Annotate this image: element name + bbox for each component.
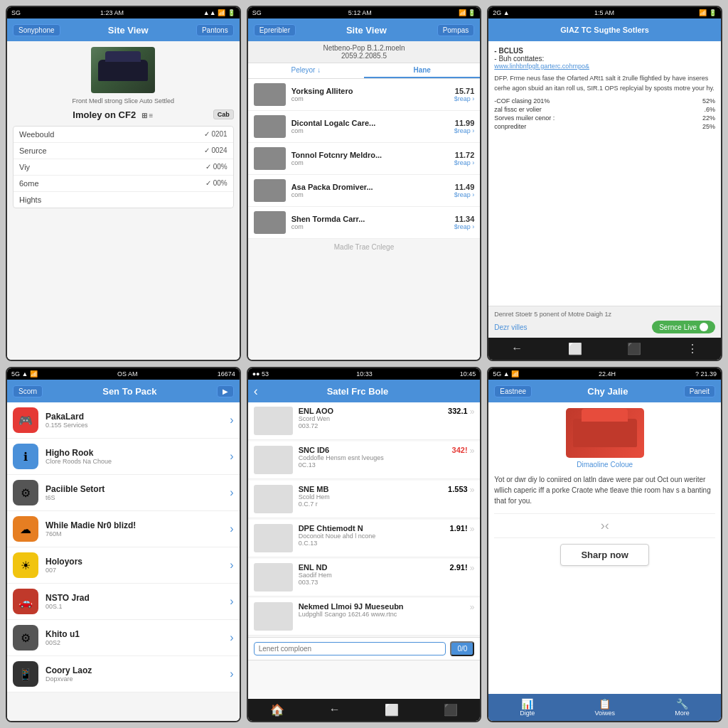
nav-right-btn-6[interactable]: Paneit — [684, 385, 715, 397]
app-name-5: NSTO Jrad — [46, 593, 230, 603]
app-item-6[interactable]: ⚙ Khito u1 00S2 › — [7, 620, 240, 656]
item-info-4: Shen Tormda Carr... com — [291, 215, 454, 230]
recents-icon-3[interactable]: ⬛ — [627, 342, 641, 355]
item-name-3: Asa Packa Dromiver... — [291, 183, 454, 191]
buh-3: - Buh conttates: — [494, 55, 715, 63]
detail-link-3[interactable]: Dezr villes — [494, 323, 527, 331]
list-item-3[interactable]: Asa Packa Dromiver... com 11.49 $reap › — [248, 175, 481, 207]
app-icon-5: 🚗 — [13, 589, 38, 614]
nav-bar-4: Scorn Sen To Pack ▶ — [7, 380, 240, 402]
news-title-4: ENL ND — [299, 563, 446, 572]
news-item-4[interactable]: ENL ND Saodif Hem003.73 2.91! » — [248, 559, 481, 596]
more-icon-3[interactable]: ⋮ — [687, 342, 698, 355]
list-item-0[interactable]: Yorksing Allitero com 15.71 $reap › — [248, 79, 481, 111]
news-item-3[interactable]: DPE Chtiemodt N Doconoit Noue ahd l ncon… — [248, 520, 481, 557]
content-1: Front Medl strong Slice Auto Settled Imo… — [7, 41, 240, 360]
list-item-1[interactable]: Dicontal Logalc Care... com 11.99 $reap … — [248, 111, 481, 143]
voiwes-icon: 📋 — [566, 698, 643, 710]
app-sub-0: 0.155 Services — [46, 422, 230, 429]
phone-2: SG 5:12 AM 📶 🔋 Epreribler Site View Pomp… — [247, 6, 482, 361]
car-image-1 — [91, 47, 155, 93]
body-text-3: DFP. Frme neus fase the Ofarted ARt1 sal… — [494, 74, 715, 93]
sub-header-2: Netbeno-Pop B.1.2.moeln 2059.2.2085.5 — [248, 41, 481, 63]
status-icons-2: 📶 🔋 — [459, 9, 476, 16]
item-name-4: Shen Tormda Carr... — [291, 215, 454, 223]
car-caption-6: Dimaoline Coloue — [494, 461, 715, 469]
search-input-5[interactable] — [254, 642, 446, 655]
app-icon-2: ⚙ — [13, 480, 38, 505]
app-item-0[interactable]: 🎮 PakaLard 0.155 Services › — [7, 402, 240, 439]
news-item-5[interactable]: Nekmed Llmoi 9J Mueseubn Ludpghll Scango… — [248, 598, 481, 636]
content-5: ENL AOO Scord Wen003.72 332.1 » SNC ID6 … — [248, 402, 481, 699]
tab-hane[interactable]: Hane — [364, 63, 480, 78]
news-thumb-1 — [254, 446, 293, 474]
more-label: More — [675, 710, 690, 717]
bottom-tab-1[interactable]: 📋 Voiwes — [566, 697, 643, 718]
search-go-btn-5[interactable]: 0/0 — [450, 641, 474, 656]
check-row-3: 6ome ✓ 00% — [14, 176, 233, 192]
footer-3: Denret Stoetr 5 ponent of Motre Daigh 1z… — [488, 306, 721, 338]
app-sub-7: Dopxvare — [46, 675, 230, 682]
recents-btn-5[interactable]: ⬛ — [444, 703, 458, 717]
item-name-0: Yorksing Allitero — [291, 87, 454, 95]
bottom-tab-2[interactable]: 🔧 More — [643, 697, 721, 718]
check-val-2: ✓ 00% — [205, 163, 228, 171]
layout-icons-1[interactable]: ⊞ ≡ — [141, 112, 154, 119]
cab-btn-1[interactable]: Cab — [213, 109, 234, 119]
nav-left-btn-6[interactable]: Eastnee — [494, 385, 532, 397]
status-right-5: 10:45 — [460, 370, 476, 378]
check-row-0: Weebould ✓ 0201 — [14, 127, 233, 143]
digte-label: Digte — [520, 710, 535, 717]
news-item-1[interactable]: SNC ID6 Coddofle Hensm esnt lveuges0C.13… — [248, 441, 481, 479]
news-item-2[interactable]: SNE MB Scold Hem0.C.7 r 1.553 » — [248, 481, 481, 518]
app-sub-2: t6S — [46, 494, 230, 501]
voiwes-label: Voiwes — [594, 710, 615, 717]
tab-peleyor[interactable]: Peleyor ↓ — [248, 63, 364, 78]
nav-left-btn-1[interactable]: Sonyphone — [13, 24, 60, 36]
news-title-3: DPE Chtiemodt N — [299, 524, 446, 532]
bottom-tab-0[interactable]: 📊 Digte — [488, 697, 566, 718]
phone-5: ●● 53 10:33 10:45 ‹ Satel Frc Bole ENL A… — [247, 367, 482, 722]
back-icon-5[interactable]: ← — [329, 703, 341, 717]
app-icon-4: ☀ — [13, 552, 38, 578]
app-icon-3: ☁ — [13, 516, 38, 542]
item-price-3: 11.49 $reap › — [454, 183, 475, 198]
item-info-3: Asa Packa Dromiver... com — [291, 183, 454, 198]
status-icons-1: ▲▲ 📶 🔋 — [203, 9, 235, 16]
app-info-1: Higho Rook Clore Roods Na Choue — [46, 448, 230, 465]
nav-bar-6: Eastnee Chy Jalie Paneit — [488, 380, 721, 402]
nav-right-btn-2[interactable]: Pompas — [437, 24, 475, 36]
nav-title-1: Site View — [60, 25, 196, 36]
nav-left-btn-2[interactable]: Epreribler — [254, 24, 296, 36]
nav-bar-3: GIAZ TC Sugthe Sotlers — [488, 18, 721, 41]
link-3[interactable]: www.linhbnfpglt.garterc.cohmpo& — [494, 63, 715, 70]
app-item-3[interactable]: ☁ While Madie Nr0 blizd! 760M › — [7, 511, 240, 547]
status-bar-6: 5G ▲ 📶 22.4H ? 21.39 — [488, 368, 721, 380]
status-bar-1: SG 1:23 AM ▲▲ 📶 🔋 — [7, 7, 240, 18]
search-bar-5: 0/0 — [248, 637, 481, 660]
nav-right-btn-1[interactable]: Pantons — [196, 24, 234, 36]
app-item-7[interactable]: 📱 Coory Laoz Dopxvare › — [7, 656, 240, 692]
sharp-now-button[interactable]: Sharp now — [560, 544, 648, 566]
car-shape-6 — [573, 419, 637, 447]
home-icon-3[interactable]: ⬜ — [568, 342, 582, 355]
back-icon-3[interactable]: ← — [511, 342, 523, 355]
list-item-2[interactable]: Tonnol Fotcnry Meldro... com 11.72 $reap… — [248, 143, 481, 175]
nav-bar-2: Epreribler Site View Pompas — [248, 18, 481, 41]
news-item-0[interactable]: ENL AOO Scord Wen003.72 332.1 » — [248, 402, 481, 440]
app-item-4[interactable]: ☀ Holoyors 007 › — [7, 547, 240, 584]
app-info-2: Paciible Setort t6S — [46, 484, 230, 501]
app-item-2[interactable]: ⚙ Paciible Setort t6S › — [7, 475, 240, 511]
nav-left-btn-4[interactable]: Scorn — [13, 385, 43, 397]
nav-right-btn-4[interactable]: ▶ — [217, 385, 234, 397]
content-2: Yorksing Allitero com 15.71 $reap › Dico… — [248, 79, 481, 360]
nav-icon-home-5[interactable]: 🏠 — [270, 703, 284, 717]
footer-link-2[interactable]: Madle Trae Cnlege — [248, 239, 481, 255]
app-item-1[interactable]: ℹ Higho Rook Clore Roods Na Choue › — [7, 439, 240, 475]
car-shape-1 — [98, 60, 148, 81]
home-btn-5[interactable]: ⬜ — [385, 703, 399, 717]
list-item-4[interactable]: Shen Tormda Carr... com 11.34 $reap › — [248, 207, 481, 239]
news-sub-5: Ludpghll Scango 162t.46 www.rtnc — [299, 611, 446, 618]
app-item-5[interactable]: 🚗 NSTO Jrad 00S.1 › — [7, 584, 240, 620]
service-btn-3[interactable]: Sernce Live — [652, 321, 715, 333]
